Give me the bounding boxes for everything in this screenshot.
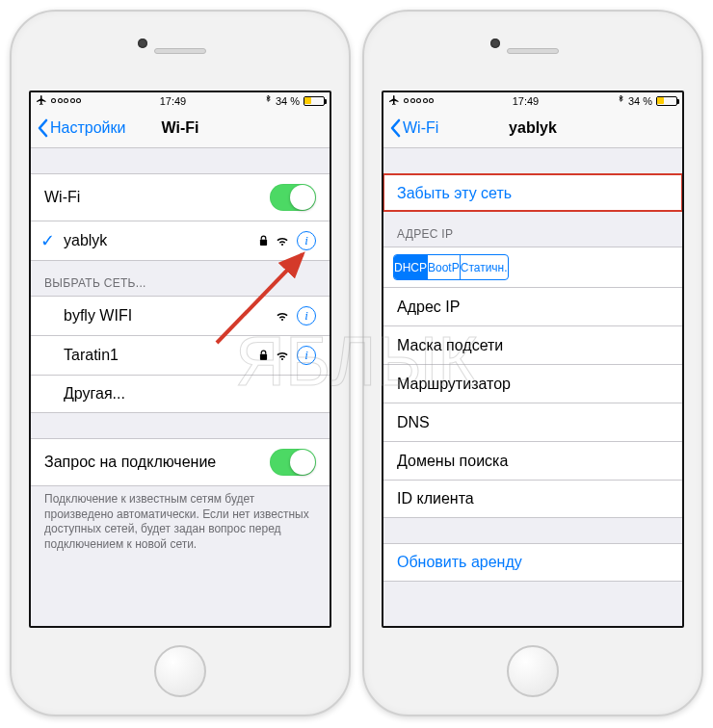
ip-field-label: Маска подсети	[397, 337, 503, 354]
segment-dhcp[interactable]: DHCP	[394, 255, 427, 279]
ip-field-label: ID клиента	[397, 490, 474, 507]
battery-icon	[304, 96, 325, 106]
front-camera	[138, 39, 147, 48]
ask-join-label: Запрос на подключение	[44, 454, 216, 471]
info-icon[interactable]: i	[297, 346, 316, 365]
lock-icon	[259, 235, 268, 247]
page-title: Wi-Fi	[162, 119, 199, 137]
page-title: yablyk	[509, 119, 557, 137]
other-network-label: Другая...	[64, 385, 125, 403]
ip-field-label: DNS	[397, 414, 430, 431]
phone-frame-right: 17:49 34 % Wi-Fi yablyk Забыть эту сеть	[362, 10, 703, 716]
battery-icon	[656, 96, 677, 106]
phone-top-bezel	[12, 12, 349, 91]
network-row[interactable]: byfly WIFI i	[31, 296, 330, 335]
phone-top-bezel	[364, 12, 701, 91]
wifi-toggle-label: Wi-Fi	[44, 189, 80, 206]
ask-join-row[interactable]: Запрос на подключение	[31, 438, 330, 486]
back-label: Wi-Fi	[403, 119, 438, 137]
airplane-mode-icon	[388, 94, 400, 108]
wifi-signal-icon	[276, 351, 289, 361]
status-bar: 17:49 34 %	[31, 92, 330, 109]
back-button[interactable]: Wi-Fi	[389, 118, 509, 138]
renew-group: Обновить аренду	[383, 543, 682, 582]
back-label: Настройки	[50, 119, 125, 137]
svg-rect-1	[260, 354, 267, 360]
segment-bootp[interactable]: BootP	[427, 255, 460, 279]
back-button[interactable]: Настройки	[37, 118, 162, 138]
renew-lease-row[interactable]: Обновить аренду	[383, 543, 682, 582]
ip-field-row[interactable]: ID клиента	[383, 480, 682, 518]
earpiece-speaker	[154, 48, 206, 54]
battery-percent: 34 %	[276, 95, 300, 107]
info-icon[interactable]: i	[297, 231, 316, 250]
ip-field-label: Маршрутизатор	[397, 376, 511, 393]
ip-field-row[interactable]: Адрес IP	[383, 287, 682, 325]
forget-network-label: Забыть эту сеть	[397, 185, 512, 202]
status-bar: 17:49 34 %	[383, 92, 682, 109]
wifi-toggle[interactable]	[270, 184, 316, 211]
screen-right: 17:49 34 % Wi-Fi yablyk Забыть эту сеть	[382, 91, 684, 628]
network-name: byfly WIFI	[64, 307, 132, 325]
wifi-signal-icon	[276, 236, 289, 247]
content-scroll[interactable]: Wi-Fi ✓ yablyk i ВЫБРАТЬ СЕТЬ... byfly W…	[31, 148, 330, 626]
checkmark-icon: ✓	[40, 230, 55, 251]
choose-network-header: ВЫБРАТЬ СЕТЬ...	[31, 261, 330, 296]
navigation-bar: Настройки Wi-Fi	[31, 109, 330, 148]
ip-field-row[interactable]: DNS	[383, 403, 682, 441]
ip-field-label: Домены поиска	[397, 453, 508, 470]
other-network-row[interactable]: Другая...	[31, 375, 330, 413]
ip-group: DHCP BootP Статичн. Адрес IP Маска подсе…	[383, 247, 682, 518]
connected-network-row[interactable]: ✓ yablyk i	[31, 221, 330, 261]
ask-join-group: Запрос на подключение	[31, 438, 330, 486]
phone-frame-left: 17:49 34 % Настройки Wi-Fi Wi-Fi	[10, 10, 351, 716]
home-button[interactable]	[154, 645, 206, 697]
signal-dots-icon	[51, 98, 81, 103]
airplane-mode-icon	[36, 94, 47, 108]
wifi-toggle-group: Wi-Fi ✓ yablyk i	[31, 173, 330, 261]
network-name: Taratin1	[64, 347, 119, 364]
ip-field-row[interactable]: Маска подсети	[383, 325, 682, 364]
network-row[interactable]: Taratin1 i	[31, 335, 330, 375]
screen-left: 17:49 34 % Настройки Wi-Fi Wi-Fi	[29, 91, 331, 628]
content-scroll[interactable]: Забыть эту сеть АДРЕС IP DHCP BootP Стат…	[383, 148, 682, 626]
home-button[interactable]	[507, 645, 559, 697]
status-time: 17:49	[513, 95, 540, 107]
wifi-toggle-row[interactable]: Wi-Fi	[31, 173, 330, 221]
ip-field-row[interactable]: Домены поиска	[383, 441, 682, 480]
bluetooth-icon	[618, 94, 624, 107]
networks-group: byfly WIFI i Taratin1 i Другая...	[31, 296, 330, 413]
status-time: 17:49	[160, 95, 187, 107]
wifi-signal-icon	[276, 311, 289, 322]
ip-field-row[interactable]: Маршрутизатор	[383, 364, 682, 403]
front-camera	[490, 39, 500, 48]
ask-join-footer: Подключение к известным сетям будет прои…	[31, 486, 330, 567]
navigation-bar: Wi-Fi yablyk	[383, 109, 682, 148]
connected-network-name: yablyk	[64, 232, 107, 249]
forget-group: Забыть эту сеть	[383, 173, 682, 212]
ip-address-header: АДРЕС IP	[383, 212, 682, 247]
svg-rect-0	[260, 240, 267, 246]
ask-join-toggle[interactable]	[270, 449, 316, 476]
ip-mode-segmented: DHCP BootP Статичн.	[383, 247, 682, 287]
lock-icon	[259, 350, 268, 361]
signal-dots-icon	[404, 98, 434, 103]
bluetooth-icon	[265, 94, 272, 107]
forget-network-row[interactable]: Забыть эту сеть	[383, 173, 682, 212]
renew-lease-label: Обновить аренду	[397, 554, 522, 571]
segment-static[interactable]: Статичн.	[460, 255, 508, 279]
info-icon[interactable]: i	[297, 306, 316, 325]
earpiece-speaker	[507, 48, 559, 54]
battery-percent: 34 %	[628, 95, 652, 107]
ip-field-label: Адрес IP	[397, 299, 460, 316]
